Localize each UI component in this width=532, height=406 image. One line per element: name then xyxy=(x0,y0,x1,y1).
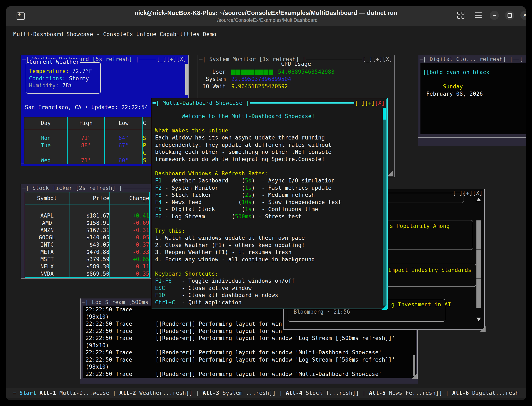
text-line: F10 - Close all dashboard windows xyxy=(155,292,342,299)
text-line: Keyboard Shortcuts: xyxy=(155,270,342,277)
status-shortcut-key[interactable]: Alt-6 xyxy=(452,390,469,396)
text-line: (98x10) xyxy=(86,363,395,370)
cpu-system-value: 22.895037396899504 xyxy=(231,76,291,82)
minimize-button[interactable] xyxy=(490,11,499,20)
text-line xyxy=(155,105,342,113)
clock-title: ─| Digital Clo... refresh] | xyxy=(420,56,513,62)
status-item[interactable]: Stock T...resh]] xyxy=(302,390,362,396)
menu-icon[interactable] xyxy=(475,12,482,19)
status-item[interactable]: Digital...resh xyxy=(469,390,519,396)
showcase-close-control[interactable]: [X] xyxy=(375,100,385,106)
news-headline: Impact Industry Standards xyxy=(388,267,471,273)
window-digital-clock[interactable]: ─| Digital Clo... refresh] | [_][+][X] [… xyxy=(418,55,526,138)
text-line: Welcome to the Multi-Dashboard Showcase! xyxy=(155,113,342,120)
start-button[interactable]: Start xyxy=(20,390,36,396)
status-item: | xyxy=(362,390,369,396)
showcase-scrollbar-thumb[interactable] xyxy=(383,108,386,120)
table-row: MSFT$379.59+0.65 xyxy=(25,255,149,263)
workspace-grid-icon[interactable] xyxy=(457,12,464,19)
window-stock-ticker[interactable]: ─| Stock Ticker [2s refresh] | SymbolPri… xyxy=(21,184,160,279)
status-shortcut-key[interactable]: Alt-3 xyxy=(203,390,219,396)
showcase-minimize-control[interactable]: [_] xyxy=(355,100,365,106)
window-title: nick@nick-NucBox-K8-Plus: ~/source/Conso… xyxy=(6,10,526,16)
status-shortcut-key[interactable]: Alt-5 xyxy=(369,390,386,396)
showcase-title: ═| Multi-Dashboard Showcase | xyxy=(153,100,249,106)
text-line: What makes this unique: xyxy=(155,127,342,134)
text-line: 22:22:50 Trace [[Renderer]] Performing l… xyxy=(86,356,395,363)
current-weather-panel: Current Weather Temperature: 72.7°FCondi… xyxy=(26,62,101,94)
status-item[interactable]: ≡ xyxy=(13,390,20,396)
window-multi-dashboard-showcase[interactable]: ═| Multi-Dashboard Showcase | [_] [+] [X… xyxy=(151,98,388,309)
table-row: C xyxy=(24,149,165,157)
showcase-scrollbar[interactable] xyxy=(383,108,386,305)
scroll-down-icon[interactable] xyxy=(476,318,481,321)
text-line: Dashboard Windows & Refresh Rates: xyxy=(155,170,342,177)
table-row: INTC$43.05-0.37 xyxy=(25,241,149,248)
showcase-scrollbar-track[interactable] xyxy=(383,120,386,305)
log-scrollbar-thumb[interactable] xyxy=(413,355,415,376)
table-row: Wed71°60°S xyxy=(24,157,165,164)
text-line: Sunday xyxy=(423,83,490,90)
status-item xyxy=(36,390,39,396)
weather-scrollbar-thumb[interactable] xyxy=(185,64,188,95)
status-item[interactable]: System ...resh]] xyxy=(219,390,279,396)
clock-title-bar: ─| Digital Clo... refresh] | [_][+][X] xyxy=(418,55,526,63)
news-headline: g Investment in AI xyxy=(391,301,451,308)
table-row: NVDA$869.50-0.35 xyxy=(25,270,149,277)
window-titlebar[interactable]: + nick@nick-NucBox-K8-Plus: ~/source/Con… xyxy=(6,6,526,26)
system-resize-handle[interactable] xyxy=(387,171,393,176)
metric-row-user: User 54.08895463542983 xyxy=(203,69,392,75)
text-line: Humidity: 78% xyxy=(29,82,92,89)
news-scrollbar-thumb[interactable] xyxy=(476,220,481,308)
maximize-button[interactable] xyxy=(505,11,514,20)
weather-forecast-table: DayHighLowCMon71°64°STue88°67°PCWed71°60… xyxy=(24,117,165,165)
app-info-line: Multi-Dashboard Showcase - ConsoleEx Uni… xyxy=(13,31,216,37)
log-title: ─| Log Stream [500ms | xyxy=(82,299,155,305)
text-line: 3. Reopen Weather (F1) - it resumes fres… xyxy=(155,249,342,256)
table-row: META$470.88-0.33 xyxy=(25,248,149,255)
table-header-row: SymbolPriceChange xyxy=(25,192,149,204)
status-item[interactable]: Weather...resh]] xyxy=(136,390,196,396)
status-item[interactable]: News Fe...resh]] xyxy=(386,390,446,396)
text-line: F4 - News Feed (10s) - Slow independence… xyxy=(155,199,342,206)
log-resize-handle[interactable] xyxy=(411,374,417,379)
text-line: 2. Close Weather (F1) - others keep upda… xyxy=(155,242,342,249)
status-bar: ≡ Start Alt-1 Multi-D...wcase | Alt-2 We… xyxy=(6,388,526,398)
terminal-content: Multi-Dashboard Showcase - ConsoleEx Uni… xyxy=(6,26,526,400)
showcase-resize-handle[interactable] xyxy=(381,304,387,310)
title-fill xyxy=(139,59,156,59)
status-shortcut-key[interactable]: Alt-2 xyxy=(119,390,136,396)
status-shortcut-key[interactable]: Alt-4 xyxy=(286,390,302,396)
clock-content: [[bold cyan on black Sunday February 08,… xyxy=(420,63,526,134)
cpu-user-value: 54.08895463542983 xyxy=(278,69,335,75)
text-line: Ctrl+C - Quit application xyxy=(155,299,342,306)
clock-window-controls[interactable]: [_][+][X] xyxy=(520,56,526,62)
table-row: GOOGL$140.05-0.05 xyxy=(25,234,149,241)
stock-title-bar: ─| Stock Ticker [2s refresh] | xyxy=(21,184,160,192)
news-resize-handle[interactable] xyxy=(480,326,486,332)
log-frame-strip xyxy=(80,379,418,384)
table-row: AMZN$167.31-0.31 xyxy=(25,226,149,234)
weather-location: San Francisco, CA • Updated: 22:22:54 xyxy=(25,104,148,111)
text-line: San Francisco, CA • Updated: 22:22:54 xyxy=(25,104,148,111)
text-line xyxy=(155,263,342,270)
clock-frame-strip xyxy=(418,138,526,146)
text-line: 1. Watch all windows update at their own… xyxy=(155,234,342,242)
metric-row-iowait: IO Wait 9.964518255470592 xyxy=(203,83,392,89)
text-line: framework can do while integrating Spect… xyxy=(155,156,342,163)
news-scrollbar[interactable] xyxy=(476,198,481,321)
table-row: Tue88°67°P xyxy=(24,142,165,149)
showcase-maximize-control[interactable]: [+] xyxy=(365,100,375,106)
window-subtitle: ~/source/ConsoleEx/Examples/MultiDashboa… xyxy=(6,17,526,23)
cpu-usage-heading: CPU Usage xyxy=(198,61,394,67)
weather-window-controls[interactable]: [_][+][X] xyxy=(157,56,187,62)
scroll-up-icon[interactable] xyxy=(476,198,481,201)
status-item: | xyxy=(113,390,119,396)
status-item[interactable]: Multi-D...wcase xyxy=(56,390,113,396)
text-line: 22:22:50 Trace [[Renderer]] Performing l… xyxy=(86,349,395,356)
text-line: F3 - Stock Ticker (2s) - Medium refresh xyxy=(155,191,342,199)
text-line xyxy=(423,76,490,83)
title-fill xyxy=(513,59,519,59)
text-line: 22:22:50 Trace [[Renderer]] Performing l… xyxy=(86,335,395,342)
status-shortcut-key[interactable]: Alt-1 xyxy=(39,390,56,396)
